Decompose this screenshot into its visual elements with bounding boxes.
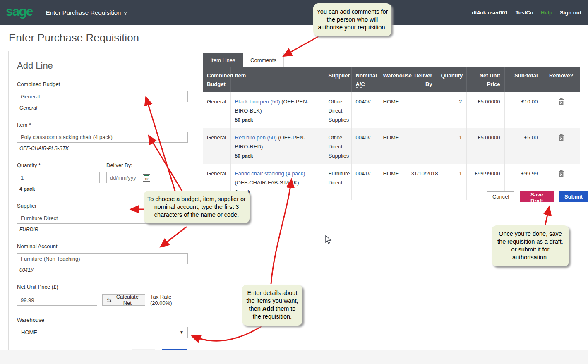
arrow-to-submit-button	[545, 207, 549, 226]
item-hint: OFF-CHAIR-PLS-STK	[19, 146, 188, 151]
column-header: Warehouse	[379, 67, 407, 92]
footer-band	[0, 350, 588, 364]
deliver-by-field: Deliver By: 12	[106, 162, 150, 192]
username-label: dt4uk user001	[472, 10, 508, 16]
cell-warehouse: HOME	[379, 164, 407, 200]
nav-menu-title[interactable]: Enter Purchase Requisition«	[46, 9, 127, 16]
cell-net-unit-price: £5.00000	[466, 92, 504, 128]
cell-item: Red biro pen (50) (OFF-PEN-BIRO-RED)50 p…	[230, 128, 324, 164]
cell-budget: General	[203, 128, 230, 164]
callout-comments: You can add comments for the person who …	[313, 3, 391, 36]
net-unit-price-label: Net Unit Price (£)	[17, 284, 188, 290]
trash-icon	[558, 170, 564, 177]
cell-deliver-by: 31/10/2018	[407, 164, 437, 200]
combined-budget-field: Combined Budget General	[17, 81, 188, 111]
item-line-row: General Black biro pen (50) (OFF-PEN-BIR…	[203, 92, 580, 128]
nominal-account-label: Nominal Account	[17, 243, 188, 249]
callout-save-submit: Once you're done, save the requisition a…	[492, 225, 569, 266]
cell-subtotal: £10.00	[504, 92, 542, 128]
item-pack-size: 50 pack	[235, 115, 320, 125]
warehouse-field: Warehouse HOME ▼	[17, 317, 188, 338]
quantity-hint: 4 pack	[19, 186, 100, 192]
column-header: Combined Budget	[203, 67, 230, 92]
select-caret-icon: ▼	[180, 330, 184, 335]
column-header: Supplier	[324, 67, 351, 92]
column-header: Quantity	[437, 67, 466, 92]
add-line-heading: Add Line	[17, 60, 188, 71]
deliver-by-label: Deliver By:	[106, 162, 150, 168]
trash-icon	[558, 134, 564, 141]
cell-net-unit-price: £5.00000	[466, 128, 504, 164]
warehouse-label: Warehouse	[17, 317, 188, 323]
signout-link[interactable]: Sign out	[560, 10, 581, 16]
help-link[interactable]: Help	[541, 10, 552, 16]
company-label: TestCo	[516, 10, 533, 16]
item-lines-table: Combined BudgetItemSupplierNominalA/CWar…	[203, 67, 580, 200]
mouse-cursor-icon	[324, 235, 333, 245]
cancel-button[interactable]: Cancel	[487, 191, 514, 202]
save-draft-button[interactable]: Save Draft	[520, 191, 553, 202]
cell-warehouse: HOME	[379, 92, 407, 128]
item-link[interactable]: Black biro pen (50)	[235, 98, 280, 105]
chevron-down-icon: «	[122, 12, 128, 15]
sage-logo: sage	[6, 4, 33, 19]
quantity-field: Quantity * 4 pack	[17, 162, 100, 192]
cell-supplier: Office Direct Supplies	[324, 92, 351, 128]
cell-quantity: 1	[437, 164, 466, 200]
cell-subtotal: £5.00	[504, 128, 542, 164]
item-label: Item *	[17, 122, 188, 128]
supplier-hint: FURDIR	[19, 227, 188, 232]
net-unit-price-input[interactable]	[17, 295, 97, 306]
nominal-account-input[interactable]	[17, 253, 188, 264]
arrow-to-comments-tab	[284, 36, 319, 56]
tab-item-lines[interactable]: Item Lines	[203, 53, 243, 67]
submit-button[interactable]: Submit	[559, 191, 588, 202]
tab-bar: Item Lines Comments	[203, 53, 284, 67]
column-header: Remove?	[542, 67, 580, 92]
nominal-account-field: Nominal Account 0041//	[17, 243, 188, 273]
item-input[interactable]	[17, 132, 188, 143]
remove-line-button[interactable]	[557, 97, 565, 108]
calendar-icon[interactable]: 12	[143, 174, 150, 182]
combined-budget-input[interactable]	[17, 91, 188, 102]
item-pack-size: 50 pack	[235, 151, 320, 160]
cell-budget: General	[203, 92, 230, 128]
trash-icon	[558, 98, 564, 105]
column-header: Item	[230, 67, 324, 92]
net-unit-price-field: Net Unit Price (£) ⇆Calculate Net Tax Ra…	[17, 284, 188, 306]
remove-line-button[interactable]	[557, 133, 565, 144]
cell-quantity: 1	[437, 128, 466, 164]
column-header: NominalA/C	[351, 67, 379, 92]
page-title: Enter Purchase Requisition	[9, 31, 139, 44]
warehouse-select[interactable]: HOME ▼	[17, 327, 188, 338]
item-field: Item * OFF-CHAIR-PLS-STK	[17, 122, 188, 151]
item-link[interactable]: Fabric chair stacking (4 pack)	[235, 170, 305, 177]
deliver-by-input[interactable]	[106, 172, 139, 183]
swap-arrows-icon: ⇆	[107, 297, 112, 303]
item-link[interactable]: Red biro pen (50)	[235, 134, 277, 141]
calculate-net-button[interactable]: ⇆Calculate Net	[102, 294, 145, 306]
cell-supplier: Office Direct Supplies	[324, 128, 351, 164]
table-header-row: Combined BudgetItemSupplierNominalA/CWar…	[203, 67, 580, 92]
tax-rate-label: Tax Rate (20.00%)	[150, 294, 188, 306]
combined-budget-hint: General	[19, 105, 188, 111]
tab-comments[interactable]: Comments	[243, 53, 284, 67]
callout-enter-details: Enter details about the items you want, …	[242, 285, 302, 326]
cell-deliver-by	[407, 92, 437, 128]
quantity-input[interactable]	[17, 172, 100, 183]
combined-budget-label: Combined Budget	[17, 81, 188, 87]
nominal-account-hint: 0041//	[19, 267, 188, 273]
column-header: Sub-total	[504, 67, 542, 92]
cell-deliver-by	[407, 128, 437, 164]
cell-quantity: 2	[437, 92, 466, 128]
arrow-to-add-button	[192, 326, 262, 341]
form-actions: Cancel Save Draft Submit	[487, 191, 588, 202]
remove-line-button[interactable]	[557, 169, 565, 180]
cell-supplier: Furniture Direct	[324, 164, 351, 200]
quantity-label: Quantity *	[17, 162, 100, 168]
cell-item: Black biro pen (50) (OFF-PEN-BIRO-BLK)50…	[230, 92, 324, 128]
item-line-row: General Red biro pen (50) (OFF-PEN-BIRO-…	[203, 128, 580, 164]
cell-warehouse: HOME	[379, 128, 407, 164]
cell-nominal: 0040//	[351, 128, 379, 164]
top-bar: sage Enter Purchase Requisition« dt4uk u…	[0, 0, 588, 25]
